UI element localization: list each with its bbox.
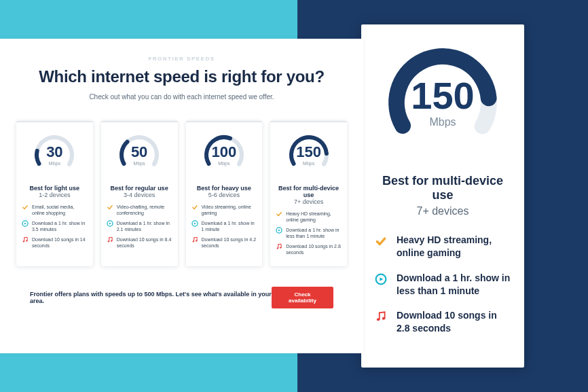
svg-point-14: [196, 240, 197, 241]
plan-title: Best for multi-device use: [276, 185, 342, 198]
plan-devices: 7+ devices: [375, 205, 511, 217]
check-icon: [107, 204, 113, 211]
feature-text: Download 10 songs in 2.8 seconds: [397, 309, 511, 335]
svg-point-3: [23, 240, 24, 242]
speed-gauge: 100Mbps: [202, 133, 246, 177]
speed-unit: Mbps: [218, 161, 229, 166]
svg-point-18: [277, 247, 278, 249]
plan-title: Best for regular use: [107, 185, 172, 192]
eyebrow: FRONTIER SPEEDS: [7, 56, 356, 62]
speed-value: 150: [296, 145, 321, 160]
speed-unit: Mbps: [49, 161, 60, 166]
overview-panel: FRONTIER SPEEDS Which internet speed is …: [0, 0, 297, 392]
play-icon: [107, 220, 113, 227]
plan-card[interactable]: 100MbpsBest for heavy use5-6 devicesVide…: [186, 121, 263, 266]
feature-item: Email, social media, online shopping: [22, 204, 88, 217]
feature-text: Download 10 songs in 4.2 seconds: [202, 236, 257, 249]
check-icon: [375, 235, 387, 247]
music-icon: [375, 310, 387, 323]
check-icon: [191, 204, 198, 211]
feature-text: Download 10 songs in 8.4 seconds: [117, 236, 172, 249]
svg-point-19: [280, 247, 281, 248]
plan-card[interactable]: 30MbpsBest for light use1-2 devicesEmail…: [16, 121, 93, 266]
play-icon: [276, 227, 282, 234]
feature-item: Download a 1 hr. show in less than 1 min…: [276, 227, 342, 240]
plan-features: Video streaming, online gamingDownload a…: [191, 204, 257, 253]
speed-unit: Mbps: [303, 161, 314, 166]
footer-row: Frontier offers plans with speeds up to …: [7, 287, 356, 308]
speed-value: 50: [131, 145, 147, 160]
feature-text: Download 10 songs in 14 seconds: [32, 236, 88, 249]
plan-title: Best for heavy use: [191, 185, 257, 192]
music-icon: [107, 236, 113, 243]
music-icon: [276, 243, 282, 250]
feature-item: Video-chatting, remote conferencing: [107, 204, 172, 217]
plan-cards: 30MbpsBest for light use1-2 devicesEmail…: [7, 121, 356, 266]
plan-features: Heavy HD streaming, online gamingDownloa…: [375, 234, 511, 335]
feature-text: Email, social media, online shopping: [32, 204, 88, 217]
plan-features: Email, social media, online shoppingDown…: [22, 204, 88, 253]
feature-item: Download a 1 hr. show in 3.5 minutes: [22, 220, 88, 233]
plan-card[interactable]: 50MbpsBest for regular use3-4 devicesVid…: [101, 121, 178, 266]
speed-unit: Mbps: [134, 161, 145, 166]
feature-text: Video-chatting, remote conferencing: [117, 204, 172, 217]
feature-text: Download a 1 hr. show in 1 minute: [202, 220, 257, 233]
plan-title: Best for multi-device use: [375, 174, 511, 202]
feature-text: Heavy HD streaming, online gaming: [397, 234, 511, 260]
feature-item: Heavy HD streaming, online gaming: [276, 211, 342, 224]
svg-point-4: [26, 240, 27, 241]
plan-detail-card: 150 Mbps Best for multi-device use 7+ de…: [361, 24, 524, 368]
plan-title: Best for light use: [22, 185, 88, 192]
play-icon: [191, 220, 198, 227]
plan-card[interactable]: 150MbpsBest for multi-device use7+ devic…: [270, 121, 347, 266]
speed-value: 150: [411, 77, 474, 115]
music-icon: [191, 236, 198, 243]
speed-gauge: 150Mbps: [287, 133, 331, 177]
feature-text: Download a 1 hr. show in 3.5 minutes: [32, 220, 88, 233]
feature-item: Download 10 songs in 2.8 seconds: [276, 243, 342, 256]
plan-devices: 3-4 devices: [107, 192, 172, 198]
page-subtitle: Check out what you can do with each inte…: [7, 93, 356, 101]
plan-devices: 1-2 devices: [22, 192, 88, 198]
feature-text: Download a 1 hr. show in less than 1 min…: [286, 227, 342, 240]
check-icon: [22, 204, 29, 211]
feature-text: Download a 1 hr. show in less than 1 min…: [397, 272, 511, 298]
feature-item: Download 10 songs in 4.2 seconds: [191, 236, 257, 249]
plan-features: Heavy HD streaming, online gamingDownloa…: [276, 211, 342, 260]
svg-point-13: [192, 240, 194, 242]
feature-item: Download 10 songs in 14 seconds: [22, 236, 88, 249]
speed-gauge: 50Mbps: [117, 133, 161, 177]
feature-text: Download 10 songs in 2.8 seconds: [286, 243, 342, 256]
play-icon: [22, 220, 29, 227]
svg-point-9: [111, 240, 112, 241]
feature-item: Download a 1 hr. show in 1 minute: [191, 220, 257, 233]
feature-text: Download a 1 hr. show in 2.1 minutes: [117, 220, 172, 233]
check-icon: [276, 211, 282, 217]
svg-point-24: [382, 317, 385, 320]
overview-card: FRONTIER SPEEDS Which internet speed is …: [0, 39, 363, 353]
speed-gauge: 30Mbps: [33, 133, 76, 177]
plan-devices: 5-6 devices: [191, 192, 257, 198]
feature-item: Download 10 songs in 2.8 seconds: [375, 309, 511, 335]
feature-item: Download a 1 hr. show in 2.1 minutes: [107, 220, 172, 233]
music-icon: [22, 236, 29, 243]
feature-item: Download 10 songs in 8.4 seconds: [107, 236, 172, 249]
feature-text: Heavy HD streaming, online gaming: [286, 211, 342, 224]
svg-point-8: [107, 240, 109, 242]
plan-devices: 7+ devices: [276, 198, 342, 205]
svg-point-23: [377, 319, 380, 321]
speed-unit: Mbps: [429, 116, 456, 128]
feature-item: Heavy HD streaming, online gaming: [375, 234, 511, 260]
footer-text: Frontier offers plans with speeds up to …: [30, 291, 272, 304]
page-title: Which internet speed is right for you?: [7, 67, 356, 86]
speed-value: 100: [212, 145, 237, 160]
speed-value: 30: [46, 145, 62, 160]
feature-item: Download a 1 hr. show in less than 1 min…: [375, 272, 511, 298]
speed-gauge: 150 Mbps: [385, 45, 500, 160]
check-availability-button[interactable]: Check availability: [272, 287, 333, 308]
play-icon: [375, 273, 387, 285]
feature-text: Video streaming, online gaming: [202, 204, 257, 217]
feature-item: Video streaming, online gaming: [191, 204, 257, 217]
plan-features: Video-chatting, remote conferencingDownl…: [107, 204, 172, 253]
